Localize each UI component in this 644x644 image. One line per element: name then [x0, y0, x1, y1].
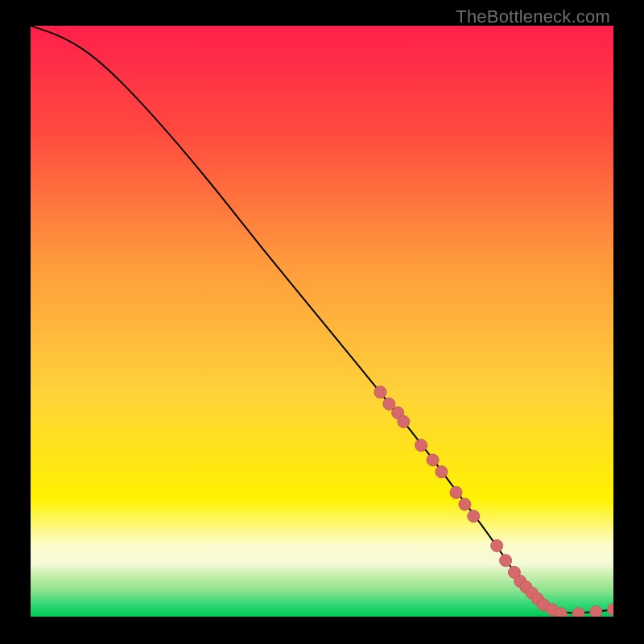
- marker-dot: [383, 398, 395, 410]
- watermark-text: TheBottleneck.com: [456, 6, 610, 27]
- marker-dot: [374, 386, 386, 398]
- marker-dot: [500, 555, 512, 567]
- marker-dot: [590, 606, 602, 617]
- marker-dot: [555, 608, 567, 617]
- marker-dot: [491, 539, 503, 551]
- marker-dot: [468, 510, 480, 522]
- marker-dot: [572, 608, 584, 617]
- chart-svg: [31, 26, 613, 617]
- marker-dot: [436, 466, 448, 478]
- chart-frame: TheBottleneck.com: [0, 0, 644, 644]
- marker-dot: [459, 498, 471, 510]
- marker-dot-group: [374, 386, 613, 617]
- marker-dot: [608, 604, 614, 616]
- marker-dot: [450, 486, 462, 498]
- marker-dot: [398, 415, 410, 427]
- plot-area: [31, 26, 613, 617]
- marker-dot: [415, 440, 427, 452]
- bottleneck-curve-line: [31, 26, 613, 613]
- marker-dot: [427, 454, 439, 466]
